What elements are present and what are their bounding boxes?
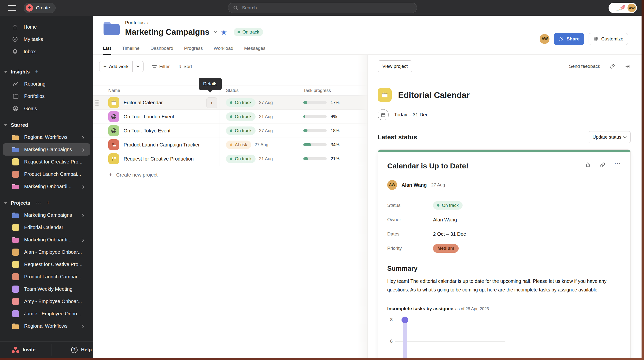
sidebar-item-marketing-campaigns[interactable]: Marketing Campaigns xyxy=(3,209,90,221)
send-feedback-link[interactable]: Send feedback xyxy=(569,64,600,69)
sidebar-item-request-for-creative-pro[interactable]: Request for Creative Pro... xyxy=(3,258,90,270)
sidebar-item-reporting[interactable]: Reporting xyxy=(3,78,90,90)
tab-progress[interactable]: Progress xyxy=(184,46,203,55)
sidebar-footer: Invite ? Help xyxy=(0,341,93,358)
tab-list[interactable]: List xyxy=(103,46,111,55)
section-collapse-icon[interactable] xyxy=(4,71,8,73)
drag-handle-icon[interactable] xyxy=(95,100,99,106)
sidebar-item-marketing-campaigns[interactable]: Marketing Campaigns xyxy=(3,143,90,155)
add-work-dropdown[interactable] xyxy=(132,61,143,72)
breadcrumb[interactable]: Portfolios › xyxy=(125,20,263,25)
more-options-icon[interactable]: ⋯ xyxy=(614,162,621,168)
chevron-right-icon[interactable] xyxy=(82,184,84,189)
sidebar-toggle-icon[interactable] xyxy=(8,5,16,11)
project-name[interactable]: On Tour: London Event xyxy=(124,114,174,120)
breadcrumb-portfolios[interactable]: Portfolios xyxy=(125,20,144,25)
field-label: Status xyxy=(387,203,433,208)
tab-messages[interactable]: Messages xyxy=(244,46,266,55)
projects-table: Name Status Task progress Editorial Cale… xyxy=(93,86,368,166)
create-new-project-button[interactable]: + Create new project xyxy=(109,171,368,178)
calendar-circle-icon[interactable] xyxy=(378,109,389,120)
invite-button[interactable]: Invite xyxy=(12,347,36,353)
tab-dashboard[interactable]: Dashboard xyxy=(150,46,173,55)
column-task-progress[interactable]: Task progress xyxy=(297,86,368,95)
sidebar-item-regional-workflows[interactable]: Regional Workflows xyxy=(3,320,90,332)
sidebar-item-portfolios[interactable]: Portfolios xyxy=(3,90,90,102)
view-project-button[interactable]: View project xyxy=(378,60,412,72)
copy-link-icon[interactable] xyxy=(610,63,616,69)
section-header-projects[interactable]: Projects⋯+ xyxy=(0,197,93,209)
section-more-icon[interactable]: ⋯ xyxy=(36,200,41,206)
account-pill[interactable]: AW xyxy=(608,3,637,13)
member-avatar[interactable]: AW xyxy=(540,34,550,44)
sidebar-item-product-launch-campai[interactable]: Product Launch Campai... xyxy=(3,168,90,180)
sidebar-item-home[interactable]: Home xyxy=(0,21,93,33)
project-name[interactable]: Editorial Calendar xyxy=(124,100,163,106)
chevron-right-icon[interactable] xyxy=(82,237,84,243)
sidebar-item-amy-employee-onboar[interactable]: Amy - Employee Onboar... xyxy=(3,295,90,307)
tab-timeline[interactable]: Timeline xyxy=(122,46,140,55)
title-dropdown-icon[interactable] xyxy=(214,30,217,34)
section-add-icon[interactable]: + xyxy=(35,69,38,75)
chevron-right-icon[interactable] xyxy=(82,134,84,140)
star-icon[interactable]: ★ xyxy=(220,28,227,37)
update-status-button[interactable]: Update status xyxy=(588,131,631,143)
table-row-editorial-calendar[interactable]: Editorial Calendar›On track27 Aug17% xyxy=(93,96,368,110)
status-date: 27 Aug xyxy=(254,142,268,147)
sidebar-item-request-for-creative-pro[interactable]: Request for Creative Pro... xyxy=(3,155,90,168)
table-row-product-launch-campaign-tracker[interactable]: Product Launch Campaign TrackerAt risk27… xyxy=(93,138,368,152)
sort-button[interactable]: ↑↓ Sort xyxy=(178,64,192,69)
section-collapse-icon[interactable] xyxy=(4,202,8,204)
sidebar-item-alan-employee-onboar[interactable]: Alan - Employee Onboar... xyxy=(3,246,90,258)
section-header-starred[interactable]: Starred xyxy=(0,119,93,131)
details-tooltip: Details xyxy=(199,78,222,90)
sidebar-item-product-launch-campai[interactable]: Product Launch Campai... xyxy=(3,270,90,283)
help-button[interactable]: ? Help xyxy=(71,347,92,353)
create-button[interactable]: + Create xyxy=(24,3,56,13)
sidebar-item-label: Inbox xyxy=(24,49,36,55)
filter-button[interactable]: Filter xyxy=(152,64,170,69)
search-bar xyxy=(228,3,417,13)
project-name[interactable]: On Tour: Tokyo Event xyxy=(124,128,170,134)
customize-button[interactable]: Customize xyxy=(588,33,628,45)
page-title[interactable]: Marketing Campaigns xyxy=(125,27,210,37)
user-avatar[interactable]: AW xyxy=(628,4,636,12)
sidebar-item-team-weekly-meeting[interactable]: Team Weekly Meeting xyxy=(3,283,90,295)
section-collapse-icon[interactable] xyxy=(4,124,8,126)
table-row-on-tour-london-event[interactable]: On Tour: London EventOn track21 Aug8% xyxy=(93,110,368,124)
search-input[interactable] xyxy=(228,3,417,13)
sidebar-item-inbox[interactable]: Inbox xyxy=(0,45,93,58)
collapse-panel-icon[interactable] xyxy=(625,63,631,69)
sidebar-item-label: Regional Workflows xyxy=(24,323,68,329)
project-name[interactable]: Request for Creative Production xyxy=(124,156,194,162)
project-date-range[interactable]: Today – 31 Dec xyxy=(394,112,428,118)
sidebar-item-goals[interactable]: Goals xyxy=(3,102,90,115)
row-details-button[interactable]: › xyxy=(206,97,217,108)
sidebar-item-jamie-employee-onbo[interactable]: Jamie - Employee Onbo... xyxy=(3,307,90,320)
sidebar-item-label: Home xyxy=(24,24,37,30)
sidebar-item-my-tasks[interactable]: My tasks xyxy=(0,33,93,45)
project-name[interactable]: Product Launch Campaign Tracker xyxy=(124,142,200,148)
field-row-owner: OwnerAlan Wang xyxy=(387,213,621,227)
folder-icon xyxy=(12,323,19,329)
project-square-icon xyxy=(12,310,19,317)
share-button[interactable]: Share xyxy=(554,33,584,45)
sidebar-item-editorial-calendar[interactable]: Editorial Calendar xyxy=(3,221,90,234)
table-row-request-for-creative-production[interactable]: Request for Creative ProductionOn track2… xyxy=(93,152,368,166)
section-header-insights[interactable]: Insights+ xyxy=(0,66,93,78)
like-icon[interactable] xyxy=(585,162,591,168)
copy-link-icon[interactable] xyxy=(600,162,606,168)
table-row-on-tour-tokyo-event[interactable]: On Tour: Tokyo EventOn track27 Aug18% xyxy=(93,124,368,138)
tab-workload[interactable]: Workload xyxy=(214,46,234,55)
section-add-icon[interactable]: + xyxy=(46,200,50,206)
sidebar-item-marketing-onboardi[interactable]: Marketing Onboardi... xyxy=(3,234,90,246)
column-status[interactable]: Status xyxy=(220,86,297,95)
sidebar-item-label: Editorial Calendar xyxy=(24,225,63,230)
add-work-button[interactable]: +Add work xyxy=(100,61,132,72)
chevron-right-icon[interactable] xyxy=(82,212,84,218)
chevron-right-icon[interactable] xyxy=(82,323,84,329)
sidebar-item-marketing-onboardi[interactable]: Marketing Onboardi... xyxy=(3,180,90,193)
author-avatar: AW xyxy=(387,180,397,190)
sidebar-item-regional-workflows[interactable]: Regional Workflows xyxy=(3,131,90,143)
chevron-right-icon[interactable] xyxy=(82,147,84,152)
